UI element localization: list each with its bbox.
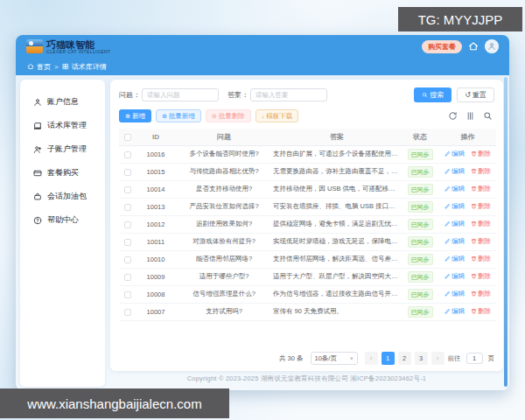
delete-button[interactable]: 删除 <box>471 237 491 246</box>
row-checkbox[interactable] <box>124 309 131 316</box>
briefcase-icon <box>33 192 42 201</box>
edit-button[interactable]: 编辑 <box>444 307 465 316</box>
pencil-icon <box>444 273 451 279</box>
row-checkbox[interactable] <box>124 256 131 263</box>
refresh-icon[interactable] <box>448 111 458 121</box>
cell-answer: 提供稳定网络，避免卡顿，满足追剧无忧的使... <box>273 215 401 233</box>
row-checkbox[interactable] <box>124 291 131 298</box>
trash-icon <box>471 238 477 244</box>
cell-answer: 作为信号增强器，通过接收主路由信号并放大... <box>273 285 401 303</box>
sidebar-item-help-center[interactable]: 帮助中心 <box>20 208 105 232</box>
page-button-3[interactable]: 3 <box>415 352 428 365</box>
goto-page-input[interactable] <box>466 353 483 364</box>
edit-button[interactable]: 编辑 <box>444 290 465 298</box>
column-settings-icon[interactable] <box>466 111 475 121</box>
page-button-1[interactable]: 1 <box>382 352 395 365</box>
edit-button[interactable]: 编辑 <box>444 255 465 263</box>
filter-bar: 问题： 答案： 搜索 ↺ 重置 <box>119 88 494 102</box>
question-label: 问题： <box>119 90 140 100</box>
cell-question: 支持试用吗? <box>175 303 273 320</box>
delete-button[interactable]: 删除 <box>471 167 491 176</box>
edit-button[interactable]: 编辑 <box>444 220 465 228</box>
cell-id: 10014 <box>136 180 175 198</box>
app-header: 巧猫咪智能 CLEVER CAT INTELLIGENT 购买套餐 <box>16 35 509 58</box>
reset-button[interactable]: ↺ 重置 <box>457 88 494 102</box>
edit-button[interactable]: 编辑 <box>444 272 465 281</box>
row-checkbox[interactable] <box>124 239 131 246</box>
row-checkbox[interactable] <box>124 221 131 228</box>
status-badge: 已同步 <box>408 236 433 248</box>
page-size-select[interactable]: 10条/页 ▾ <box>311 352 358 365</box>
delete-button[interactable]: 删除 <box>471 150 491 158</box>
cell-question: 适用于哪些户型? <box>175 268 273 285</box>
edit-button[interactable]: 编辑 <box>444 237 465 246</box>
page-button-2[interactable]: 2 <box>398 352 411 365</box>
delete-button[interactable]: 删除 <box>471 307 491 316</box>
caret-down-icon: ▾ <box>350 355 354 362</box>
delete-button[interactable]: 删除 <box>471 290 491 298</box>
add-button[interactable]: ⊕ 新增 <box>119 109 151 122</box>
brand-name: 巧猫咪智能 <box>46 39 110 50</box>
home-icon[interactable] <box>468 41 479 52</box>
app-window: 巧猫咪智能 CLEVER CAT INTELLIGENT 购买套餐 首页 > 话… <box>16 35 509 390</box>
table-search-icon[interactable] <box>483 111 493 121</box>
cell-answer: 支持借用邻居网络，解决距离远、信号差的联... <box>273 250 401 268</box>
pencil-icon <box>444 150 451 157</box>
edit-button[interactable]: 编辑 <box>444 202 465 211</box>
avatar[interactable] <box>485 39 499 53</box>
sidebar-item-account-info[interactable]: 账户信息 <box>20 90 105 114</box>
sidebar-item-label: 账户信息 <box>47 96 79 108</box>
status-badge: 已同步 <box>408 184 433 195</box>
search-icon <box>422 92 428 98</box>
trash-icon <box>471 220 477 227</box>
cell-answer: 可安装在墙插座、排插、电脑 USB 接口等位... <box>273 198 401 215</box>
sidebar-item-label: 帮助中心 <box>47 214 79 226</box>
table-row: 10011 对游戏体验有何提升? 实现低延时穿墙稳，游戏无延迟，保障电竞等...… <box>119 233 496 250</box>
template-download-button[interactable]: ↓ 模板下载 <box>256 109 299 122</box>
delete-button[interactable]: 删除 <box>471 255 491 263</box>
row-checkbox[interactable] <box>124 186 131 193</box>
sidebar-item-package-purchase[interactable]: 套餐购买 <box>20 161 105 185</box>
delete-button[interactable]: 删除 <box>471 185 491 193</box>
delete-button[interactable]: 删除 <box>471 220 491 228</box>
row-checkbox[interactable] <box>124 169 131 176</box>
cell-question: 产品安装位置如何选择? <box>175 198 273 215</box>
breadcrumb-home-icon <box>27 63 34 70</box>
sidebar-item-label: 话术库管理 <box>47 120 87 131</box>
status-badge: 已同步 <box>408 219 433 230</box>
select-all-checkbox[interactable] <box>124 134 131 141</box>
batch-delete-button[interactable]: ⊖ 批量删除 <box>206 109 251 122</box>
prev-page-button[interactable]: ‹ <box>365 352 378 365</box>
breadcrumb-home[interactable]: 首页 <box>37 62 51 72</box>
delete-button[interactable]: 删除 <box>471 202 491 211</box>
edit-button[interactable]: 编辑 <box>444 167 465 176</box>
delete-button[interactable]: 删除 <box>471 272 491 281</box>
row-checkbox[interactable] <box>124 151 131 158</box>
cell-id: 10013 <box>136 198 175 215</box>
answer-input[interactable] <box>250 88 327 102</box>
sidebar-item-sub-accounts[interactable]: 子账户管理 <box>20 137 105 161</box>
sidebar-item-label: 子账户管理 <box>47 144 87 155</box>
question-input[interactable] <box>142 88 219 102</box>
table-row: 10012 追剧使用效果如何? 提供稳定网络，避免卡顿，满足追剧无忧的使... … <box>119 215 496 233</box>
minus-icon: ⊖ <box>212 113 217 119</box>
row-checkbox[interactable] <box>124 204 131 211</box>
buy-package-button[interactable]: 购买套餐 <box>422 40 462 53</box>
sidebar-item-session-pack[interactable]: 会话加油包 <box>20 185 105 208</box>
search-button[interactable]: 搜索 <box>414 88 452 102</box>
help-icon <box>33 216 42 225</box>
library-icon <box>33 122 42 130</box>
col-id: ID <box>136 129 175 145</box>
batch-add-button[interactable]: ⊕ 批量新增 <box>156 109 201 122</box>
row-checkbox[interactable] <box>124 274 131 281</box>
tg-watermark: TG: MYYJJPP <box>398 7 522 32</box>
edit-button[interactable]: 编辑 <box>444 150 465 158</box>
sidebar-item-script-library[interactable]: 话术库管理 <box>20 114 105 137</box>
cell-answer: 宣传有 90 天免费试用。 <box>273 303 401 320</box>
cell-answer: 支持移动使用，因 USB 供电，可搭配移动电... <box>273 180 401 198</box>
next-page-button[interactable]: › <box>431 352 444 365</box>
trash-icon <box>471 150 477 157</box>
trash-icon <box>471 273 477 279</box>
pencil-icon <box>444 238 451 244</box>
edit-button[interactable]: 编辑 <box>444 185 465 193</box>
